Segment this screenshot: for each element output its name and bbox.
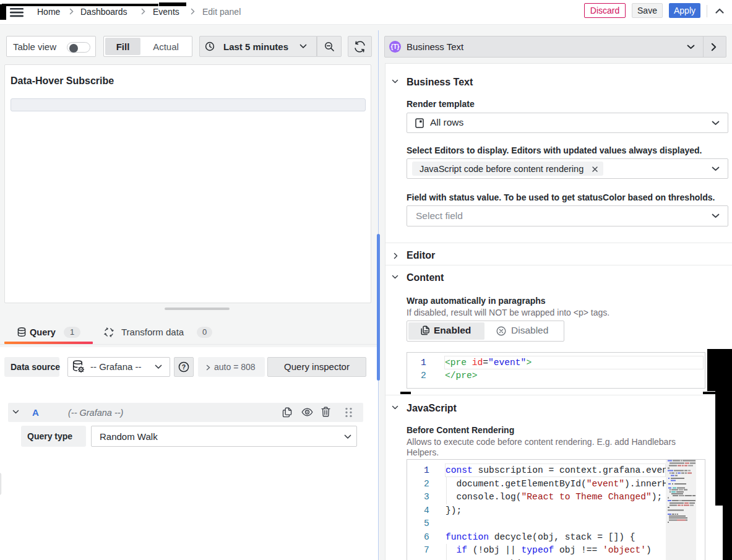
svg-text:?: ?	[182, 363, 186, 371]
